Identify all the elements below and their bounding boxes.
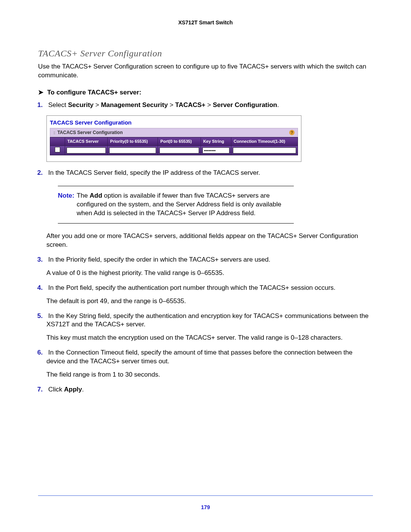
step-7: 7. Click Apply. bbox=[46, 385, 373, 394]
text-fragment: The bbox=[76, 192, 89, 199]
text-fragment: . bbox=[82, 386, 84, 393]
note-text: The Add option is available if fewer tha… bbox=[76, 192, 294, 218]
step-subtext: This key must match the encryption used … bbox=[46, 334, 373, 342]
nav-path-item: TACACS+ bbox=[175, 101, 206, 109]
step-text: Select Security > Management Security > … bbox=[48, 101, 279, 109]
step-number: 6. bbox=[37, 348, 46, 357]
nav-path-item: Server Configuration bbox=[213, 101, 277, 109]
step-subtext: A value of 0 is the highest priority. Th… bbox=[46, 269, 373, 278]
timeout-input[interactable] bbox=[233, 147, 296, 153]
panel-subheader: :: TACACS Server Configuration ? bbox=[50, 128, 298, 137]
screenshot-panel: TACACS Server Configuration :: TACACS Se… bbox=[46, 115, 373, 162]
drag-dots-icon: :: bbox=[53, 130, 55, 136]
step-number: 3. bbox=[37, 256, 46, 264]
step-list: 1. Select Security > Management Security… bbox=[46, 101, 373, 394]
procedure-heading: ➤ To configure TACACS+ server: bbox=[38, 88, 373, 97]
step-3: 3. In the Priority field, specify the or… bbox=[46, 256, 373, 278]
col-port: Port(0 to 65535) bbox=[158, 137, 201, 146]
chevron-right-icon: ➤ bbox=[38, 88, 43, 97]
step-text: In the Port field, specify the authentic… bbox=[48, 284, 336, 291]
step-number: 4. bbox=[37, 284, 46, 292]
step-text: In the Priority field, specify the order… bbox=[48, 256, 271, 263]
page-header: XS712T Smart Switch bbox=[38, 19, 373, 26]
text-bold: Add bbox=[89, 192, 102, 199]
server-input[interactable] bbox=[67, 147, 106, 153]
step-subtext: The default is port 49, and the range is… bbox=[46, 297, 373, 306]
step-number: 7. bbox=[37, 385, 46, 394]
row-checkbox-cell bbox=[50, 146, 65, 155]
note-label: Note: bbox=[58, 192, 74, 218]
panel-title: TACACS Server Configuration bbox=[50, 119, 298, 126]
step-number: 1. bbox=[37, 101, 46, 110]
text-fragment: Select bbox=[48, 101, 68, 109]
step-number: 5. bbox=[37, 312, 46, 321]
key-input[interactable]: •••••••• bbox=[202, 147, 229, 153]
step-text: In the Connection Timeout field, specify… bbox=[46, 349, 352, 365]
table-row: •••••••• bbox=[50, 146, 298, 155]
config-table: TACACS Server Priority(0 to 65535) Port(… bbox=[50, 137, 298, 155]
port-input[interactable] bbox=[159, 147, 199, 153]
after-note-paragraph: After you add one or more TACACS+ server… bbox=[46, 232, 373, 249]
nav-path-item: Management Security bbox=[101, 101, 168, 109]
text-fragment: option is available if fewer than five T… bbox=[76, 192, 281, 217]
panel-subtitle: TACACS Server Configuration bbox=[57, 129, 123, 136]
page-number: 179 bbox=[0, 504, 411, 511]
step-4: 4. In the Port field, specify the authen… bbox=[46, 284, 373, 306]
procedure-title: To configure TACACS+ server: bbox=[47, 88, 141, 97]
checkbox-header bbox=[50, 137, 65, 146]
step-text: In the Key String field, specify the aut… bbox=[46, 312, 369, 328]
row-checkbox[interactable] bbox=[55, 147, 60, 152]
col-priority: Priority(0 to 65535) bbox=[108, 137, 158, 146]
apply-label: Apply bbox=[64, 386, 82, 393]
note-block: Note: The Add option is available if few… bbox=[58, 186, 294, 224]
step-subtext: The field range is from 1 to 30 seconds. bbox=[46, 371, 373, 379]
step-6: 6. In the Connection Timeout field, spec… bbox=[46, 348, 373, 379]
col-timeout: Connection Timeout(1-30) bbox=[231, 137, 298, 146]
priority-input[interactable] bbox=[109, 147, 156, 153]
step-5: 5. In the Key String field, specify the … bbox=[46, 312, 373, 343]
nav-path-sep: > bbox=[94, 101, 101, 109]
step-1: 1. Select Security > Management Security… bbox=[46, 101, 373, 162]
step-2: 2. In the TACACS Server field, specify t… bbox=[46, 169, 373, 249]
text-fragment: Click bbox=[48, 386, 64, 393]
footer-rule bbox=[38, 495, 373, 496]
table-header-row: TACACS Server Priority(0 to 65535) Port(… bbox=[50, 137, 298, 146]
step-text: In the TACACS Server field, specify the … bbox=[48, 169, 260, 176]
step-text: Click Apply. bbox=[48, 386, 84, 393]
col-server: TACACS Server bbox=[65, 137, 108, 146]
nav-path-item: Security bbox=[68, 101, 94, 109]
section-title: TACACS+ Server Configuration bbox=[38, 47, 373, 59]
nav-path-sep: > bbox=[206, 101, 213, 109]
config-panel: TACACS Server Configuration :: TACACS Se… bbox=[46, 115, 301, 162]
document-page: XS712T Smart Switch TACACS+ Server Confi… bbox=[0, 0, 411, 532]
intro-paragraph: Use the TACACS+ Server Configuration scr… bbox=[38, 62, 373, 80]
col-key: Key String bbox=[201, 137, 231, 146]
step-number: 2. bbox=[37, 169, 46, 177]
help-icon[interactable]: ? bbox=[289, 130, 295, 135]
